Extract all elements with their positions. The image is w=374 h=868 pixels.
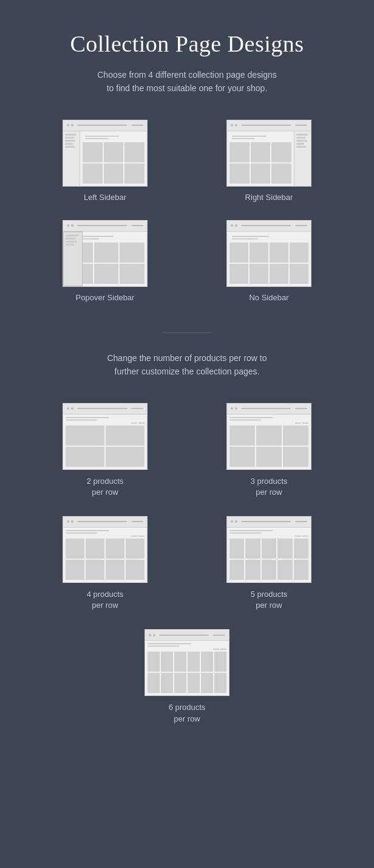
top-line-2 (85, 138, 108, 139)
grid-cell (229, 539, 244, 559)
design-item-no-sidebar[interactable]: No Sidebar (199, 220, 339, 302)
filter-dot-1 (131, 536, 137, 537)
header-line (77, 225, 127, 226)
design-item-5-products[interactable]: 5 productsper row (199, 516, 339, 611)
grid-row (66, 425, 144, 446)
grid-cell (245, 539, 260, 559)
prod-filter-row (229, 422, 308, 424)
grid-cell (277, 539, 292, 559)
page-title: Collection Page Designs (70, 30, 304, 57)
header-line (241, 408, 291, 409)
grid-cell (66, 425, 104, 446)
section-divider (163, 332, 211, 333)
grid-row (229, 425, 308, 446)
products-grid-bottom: 6 productsper row (35, 629, 339, 724)
product-cell (271, 164, 291, 184)
grid-cell (126, 539, 144, 559)
design-label-5-products: 5 productsper row (251, 589, 288, 611)
product-cell (250, 264, 268, 284)
grid-cell (214, 673, 226, 693)
grid-row (66, 560, 144, 580)
grid-cell (188, 673, 200, 693)
sidebar-col-left (63, 131, 80, 186)
design-preview-2-products (63, 403, 148, 470)
prod-line-1 (66, 417, 109, 418)
design-label-right-sidebar: Right Sidebar (245, 193, 293, 202)
design-item-3-products[interactable]: 3 productsper row (199, 403, 339, 498)
design-item-popover-sidebar[interactable]: Popover Sidebar (35, 220, 175, 302)
dot-1 (231, 407, 233, 410)
grid-cell (66, 539, 84, 559)
sidebar-line-3 (296, 140, 307, 142)
dot-2 (235, 124, 237, 126)
design-label-4-products: 4 productsper row (87, 589, 124, 611)
grid-cell (86, 539, 104, 559)
design-label-2-products: 2 productsper row (87, 476, 124, 498)
design-label-left-sidebar: Left Sidebar (84, 193, 126, 202)
grid-cell (174, 673, 186, 693)
prod-filter-row (66, 422, 144, 424)
prod-line-2 (148, 646, 179, 647)
prod-line-1 (66, 530, 109, 531)
design-item-6-products[interactable]: 6 productsper row (144, 629, 229, 724)
multi-row-grid (66, 425, 144, 467)
multi-row-grid (229, 425, 308, 467)
design-item-2-products[interactable]: 2 productsper row (35, 403, 175, 498)
sidebar-line-4 (65, 143, 73, 145)
page-wrapper: Collection Page Designs Choose from 4 di… (0, 0, 374, 761)
grid-cell (174, 652, 186, 672)
design-preview-right-sidebar (226, 120, 311, 187)
prod-line-1 (229, 530, 273, 531)
grid-cell (66, 447, 104, 467)
filter-dot-2 (302, 536, 308, 537)
design-item-right-sidebar[interactable]: Right Sidebar (199, 120, 339, 202)
header-line (241, 521, 291, 522)
sidebar-line-2 (66, 238, 76, 239)
prod-filter-row (66, 536, 144, 537)
product-cell (271, 142, 291, 162)
top-lines (229, 134, 291, 141)
filter-dot-1 (295, 422, 301, 424)
product-grid (229, 243, 308, 284)
products-grid: 2 productsper row (35, 403, 339, 611)
dot-2 (235, 520, 237, 523)
product-cell (250, 243, 268, 263)
filter-dot-2 (302, 422, 308, 424)
sidebar-line-1 (296, 134, 308, 136)
grid-cell (214, 652, 226, 672)
dot-2 (71, 407, 73, 410)
grid-row (229, 447, 308, 467)
header-line-right (131, 521, 143, 522)
product-grid (83, 142, 144, 184)
header-line-right (213, 635, 225, 636)
prod-filter-row (148, 649, 226, 650)
top-lines (83, 134, 144, 141)
design-label-popover-sidebar: Popover Sidebar (76, 293, 135, 302)
product-cell (229, 164, 250, 184)
prod-line-2 (66, 532, 97, 534)
design-item-left-sidebar[interactable]: Left Sidebar (35, 120, 175, 202)
prod-line-1 (229, 417, 273, 418)
grid-row (229, 539, 308, 559)
top-line-1 (232, 136, 266, 137)
product-cell (120, 243, 144, 263)
sidebar-col-right (294, 131, 311, 186)
header-line-right (295, 225, 307, 226)
grid-cell (283, 425, 308, 446)
design-item-4-products[interactable]: 4 productsper row (35, 516, 175, 611)
header-line-right (131, 225, 143, 226)
grid-cell (229, 425, 255, 446)
main-col (80, 131, 147, 186)
product-cell (251, 164, 271, 184)
page-subtitle: Choose from 4 different collection page … (97, 68, 276, 95)
header-line-right (295, 521, 307, 522)
product-cell (229, 264, 248, 284)
grid-cell (106, 560, 124, 580)
preview-body (63, 131, 147, 186)
sidebar-line-3 (65, 140, 75, 142)
filter-dot-1 (295, 536, 301, 537)
grid-cell (256, 447, 282, 467)
design-preview-6-products (144, 629, 229, 696)
filter-dot-2 (138, 422, 144, 424)
header-line (241, 225, 291, 226)
